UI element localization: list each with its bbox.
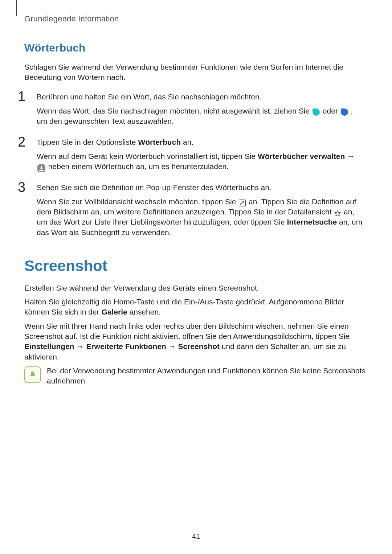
bold-text: Galerie [101, 308, 127, 316]
arrow-text: → [168, 342, 178, 350]
star-icon [334, 210, 341, 217]
arrow-text: → [347, 152, 355, 160]
paragraph: Erstellen Sie während der Verwendung des… [24, 283, 366, 293]
note-block: Bei der Verwendung bestimmter Anwendunge… [24, 366, 366, 386]
step-number: 1 [18, 87, 25, 106]
page-number: 41 [0, 532, 392, 541]
bold-text: Internetsuche [287, 218, 337, 226]
bold-text: Screenshot [178, 342, 220, 350]
expand-icon [239, 200, 246, 206]
page-corner-mark [16, 0, 17, 16]
text-span: Wenn auf dem Gerät kein Wörterbuch vorin… [37, 152, 258, 160]
selection-handle-blue-icon [341, 108, 348, 116]
text-span: Wenn Sie mit Ihrer Hand nach links oder … [24, 322, 350, 340]
step-text: Sehen Sie sich die Definition im Pop-up-… [37, 182, 366, 193]
download-icon [37, 164, 45, 172]
bold-text: Wörterbuch [138, 138, 181, 146]
text-span: ansehen. [130, 308, 161, 316]
page-content: Wörterbuch Schlagen Sie während der Verw… [24, 36, 366, 386]
step-2: 2 Tippen Sie in der Optionsliste Wörterb… [24, 137, 366, 172]
text-span: Wenn das Wort, das Sie nachschlagen möch… [37, 107, 312, 115]
running-header: Grundlegende Information [24, 13, 119, 24]
text-span: neben einem Wörterbuch an, um es herunte… [48, 162, 229, 171]
text-span: Halten Sie gleichzeitig die Home-Taste u… [24, 297, 344, 316]
text-span: Tippen Sie in der Optionsliste [37, 138, 138, 146]
step-text: Berühren und halten Sie ein Wort, das Si… [37, 92, 366, 102]
step-subtext: Wenn das Wort, das Sie nachschlagen möch… [37, 106, 366, 127]
step-number: 2 [18, 133, 25, 151]
text-span: Wenn Sie zur Vollbildansicht wechseln mö… [37, 197, 238, 206]
step-text: Tippen Sie in der Optionsliste Wörterbuc… [37, 137, 366, 147]
heading-worterbuch: Wörterbuch [24, 41, 366, 56]
step-subtext: Wenn auf dem Gerät kein Wörterbuch vorin… [37, 151, 366, 172]
paragraph: Halten Sie gleichzeitig die Home-Taste u… [24, 297, 366, 317]
text-span: an. [183, 138, 193, 146]
note-bell-icon [24, 366, 41, 383]
bold-text: Einstellungen [24, 342, 74, 350]
step-1: 1 Berühren und halten Sie ein Wort, das … [24, 92, 366, 126]
step-subtext: Wenn Sie zur Vollbildansicht wechseln mö… [37, 197, 366, 238]
bold-text: Wörterbücher verwalten [258, 152, 345, 160]
arrow-text: → [77, 342, 86, 350]
intro-text: Schlagen Sie während der Verwendung best… [24, 62, 366, 83]
step-3: 3 Sehen Sie sich die Definition im Pop-u… [24, 182, 366, 238]
step-number: 3 [18, 178, 25, 197]
text-span: oder [323, 107, 340, 115]
note-text: Bei der Verwendung bestimmter Anwendunge… [47, 366, 366, 386]
paragraph: Wenn Sie mit Ihrer Hand nach links oder … [24, 321, 366, 362]
heading-screenshot: Screenshot [24, 256, 366, 276]
bold-text: Erweiterte Funktionen [86, 342, 166, 350]
selection-handle-teal-icon [313, 108, 320, 116]
